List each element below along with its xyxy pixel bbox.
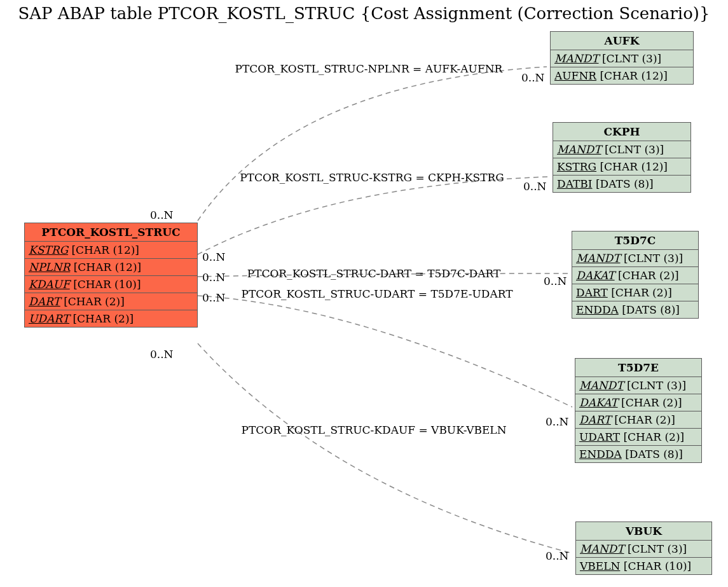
field-name: UDART bbox=[29, 312, 69, 325]
field-type: [CHAR (2)] bbox=[72, 312, 134, 325]
entity-vbuk: VBUK MANDT [CLNT (3)] VBELN [CHAR (10)] bbox=[575, 521, 712, 575]
entity-t5d7e: T5D7E MANDT [CLNT (3)] DAKAT [CHAR (2)] … bbox=[575, 358, 702, 463]
cardinality-right-r3: 0..N bbox=[544, 275, 567, 287]
field-type: [CHAR (12)] bbox=[600, 69, 667, 82]
field-row: KSTRG [CHAR (12)] bbox=[553, 158, 690, 176]
field-name: DAKAT bbox=[576, 269, 615, 282]
entity-header: T5D7E bbox=[575, 359, 701, 377]
field-row: DATBI [DATS (8)] bbox=[553, 176, 690, 192]
entity-header: CKPH bbox=[553, 123, 690, 141]
field-row: KSTRG [CHAR (12)] bbox=[25, 242, 197, 259]
field-type: [CHAR (2)] bbox=[618, 269, 679, 282]
cardinality-right-r1: 0..N bbox=[521, 71, 545, 84]
entity-header: VBUK bbox=[576, 522, 711, 541]
field-type: [CLNT (3)] bbox=[628, 542, 687, 555]
field-type: [CHAR (2)] bbox=[64, 295, 125, 308]
field-type: [CLNT (3)] bbox=[627, 379, 686, 392]
field-row: KDAUF [CHAR (10)] bbox=[25, 276, 197, 293]
field-row: NPLNR [CHAR (12)] bbox=[25, 259, 197, 276]
field-row: DART [CHAR (2)] bbox=[25, 293, 197, 310]
field-name: DART bbox=[579, 413, 611, 426]
field-name: ENDDA bbox=[579, 448, 622, 460]
field-name: DATBI bbox=[557, 177, 593, 190]
field-type: [DATS (8)] bbox=[622, 303, 680, 316]
field-row: ENDDA [DATS (8)] bbox=[572, 301, 698, 318]
entity-aufk: AUFK MANDT [CLNT (3)] AUFNR [CHAR (12)] bbox=[550, 31, 694, 85]
field-name: MANDT bbox=[579, 379, 624, 392]
field-row: DART [CHAR (2)] bbox=[575, 411, 701, 429]
cardinality-left-r4: 0..N bbox=[202, 291, 226, 304]
field-name: DART bbox=[576, 286, 608, 299]
field-name: KDAUF bbox=[29, 278, 70, 291]
field-name: MANDT bbox=[580, 542, 624, 555]
field-name: KSTRG bbox=[29, 244, 68, 256]
field-row: DART [CHAR (2)] bbox=[572, 284, 698, 301]
cardinality-left-r5: 0..N bbox=[150, 348, 174, 361]
field-name: KSTRG bbox=[557, 160, 596, 173]
entity-header: T5D7C bbox=[572, 231, 698, 250]
field-row: ENDDA [DATS (8)] bbox=[575, 446, 701, 462]
field-type: [CHAR (2)] bbox=[621, 396, 682, 409]
field-name: VBELN bbox=[580, 560, 620, 572]
field-type: [CHAR (10)] bbox=[624, 560, 691, 572]
relation-label-ckph: PTCOR_KOSTL_STRUC-KSTRG = CKPH-KSTRG bbox=[219, 171, 525, 184]
field-name: ENDDA bbox=[576, 303, 619, 316]
field-type: [CLNT (3)] bbox=[605, 143, 664, 156]
entity-ptcor-kostl-struc: PTCOR_KOSTL_STRUC KSTRG [CHAR (12)] NPLN… bbox=[24, 223, 198, 328]
field-type: [DATS (8)] bbox=[596, 177, 654, 190]
cardinality-left-r3: 0..N bbox=[202, 271, 226, 284]
field-name: MANDT bbox=[554, 52, 599, 65]
field-type: [CHAR (10)] bbox=[73, 278, 141, 291]
entity-ckph: CKPH MANDT [CLNT (3)] KSTRG [CHAR (12)] … bbox=[553, 122, 691, 193]
relation-label-t5d7e: PTCOR_KOSTL_STRUC-UDART = T5D7E-UDART bbox=[224, 287, 530, 300]
field-row: MANDT [CLNT (3)] bbox=[551, 50, 693, 67]
field-name: AUFNR bbox=[554, 69, 596, 82]
field-name: UDART bbox=[579, 431, 620, 443]
entity-t5d7c: T5D7C MANDT [CLNT (3)] DAKAT [CHAR (2)] … bbox=[572, 231, 699, 319]
cardinality-right-r5: 0..N bbox=[546, 549, 569, 562]
diagram-title: SAP ABAP table PTCOR_KOSTL_STRUC {Cost A… bbox=[0, 4, 728, 23]
cardinality-left-r1: 0..N bbox=[150, 209, 174, 221]
field-row: DAKAT [CHAR (2)] bbox=[575, 394, 701, 411]
field-name: DAKAT bbox=[579, 396, 618, 409]
field-row: AUFNR [CHAR (12)] bbox=[551, 67, 693, 84]
entity-header: PTCOR_KOSTL_STRUC bbox=[25, 223, 197, 242]
field-row: MANDT [CLNT (3)] bbox=[575, 377, 701, 394]
relation-label-aufk: PTCOR_KOSTL_STRUC-NPLNR = AUFK-AUFNR bbox=[219, 62, 518, 75]
field-name: DART bbox=[29, 295, 60, 308]
field-type: [DATS (8)] bbox=[625, 448, 683, 460]
field-row: UDART [CHAR (2)] bbox=[575, 429, 701, 446]
relation-label-t5d7c: PTCOR_KOSTL_STRUC-DART = T5D7C-DART bbox=[231, 267, 517, 280]
cardinality-left-r2: 0..N bbox=[202, 251, 226, 263]
field-type: [CHAR (2)] bbox=[614, 413, 675, 426]
field-row: DAKAT [CHAR (2)] bbox=[572, 267, 698, 284]
field-name: MANDT bbox=[576, 252, 621, 265]
field-type: [CHAR (2)] bbox=[623, 431, 684, 443]
field-row: MANDT [CLNT (3)] bbox=[576, 541, 711, 558]
field-type: [CHAR (2)] bbox=[611, 286, 672, 299]
cardinality-right-r2: 0..N bbox=[523, 180, 547, 193]
field-row: UDART [CHAR (2)] bbox=[25, 310, 197, 327]
cardinality-right-r4: 0..N bbox=[546, 415, 569, 428]
field-name: NPLNR bbox=[29, 261, 70, 273]
field-type: [CHAR (12)] bbox=[74, 261, 141, 273]
field-row: MANDT [CLNT (3)] bbox=[553, 141, 690, 158]
field-type: [CLNT (3)] bbox=[624, 252, 683, 265]
entity-header: AUFK bbox=[551, 32, 693, 50]
field-type: [CLNT (3)] bbox=[602, 52, 661, 65]
field-name: MANDT bbox=[557, 143, 601, 156]
relation-label-vbuk: PTCOR_KOSTL_STRUC-KDAUF = VBUK-VBELN bbox=[224, 424, 523, 436]
field-type: [CHAR (12)] bbox=[71, 244, 139, 256]
field-type: [CHAR (12)] bbox=[600, 160, 667, 173]
field-row: VBELN [CHAR (10)] bbox=[576, 558, 711, 574]
field-row: MANDT [CLNT (3)] bbox=[572, 250, 698, 267]
